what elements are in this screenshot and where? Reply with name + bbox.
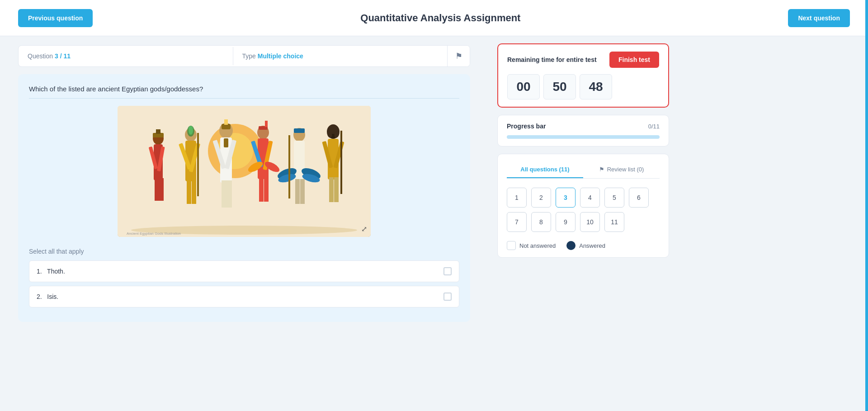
question-separator: / — [60, 52, 62, 60]
timer-label: Remaining time for entire test — [507, 56, 597, 63]
progress-header: Progress bar 0/11 — [507, 123, 660, 130]
type-label: Type — [242, 52, 256, 60]
question-text: Which of the listed are ancient Egyptian… — [29, 85, 459, 99]
legend-empty-icon — [507, 241, 516, 250]
q-num-3[interactable]: 3 — [556, 188, 576, 208]
q-num-5[interactable]: 5 — [604, 188, 624, 208]
svg-point-19 — [189, 126, 193, 135]
timer-header: Remaining time for entire test Finish te… — [507, 52, 659, 68]
answer-text-1: 1. Thoth. — [37, 268, 65, 275]
timer-minutes: 50 — [543, 74, 576, 99]
answer-checkbox-2[interactable] — [443, 293, 452, 301]
legend-not-answered-label: Not answered — [519, 242, 556, 249]
svg-rect-48 — [294, 128, 305, 133]
image-container: Ancient Egyptian Gods Illustration ⤢ — [29, 106, 459, 237]
question-label: Question — [28, 52, 53, 60]
svg-rect-16 — [187, 179, 191, 204]
tab-all-label: All questions (11) — [520, 166, 569, 173]
svg-rect-35 — [264, 177, 269, 202]
svg-rect-11 — [156, 129, 160, 134]
svg-rect-34 — [259, 177, 264, 202]
finish-test-button[interactable]: Finish test — [609, 52, 659, 68]
tab-all-questions[interactable]: All questions (11) — [507, 161, 583, 178]
svg-rect-17 — [192, 179, 196, 204]
progress-count: 0/11 — [648, 123, 660, 130]
progress-title: Progress bar — [507, 123, 546, 130]
answer-option-1[interactable]: 1. Thoth. — [29, 260, 459, 282]
q-num-6[interactable]: 6 — [629, 188, 649, 208]
q-num-1[interactable]: 1 — [507, 188, 527, 208]
flag-button[interactable]: ⚑ — [447, 46, 470, 66]
answer-num-1: 1. — [37, 268, 45, 275]
expand-icon[interactable]: ⤢ — [361, 225, 367, 233]
svg-rect-47 — [300, 179, 305, 204]
page-title: Quantitative Analysis Assignment — [360, 12, 520, 24]
timer-card: Remaining time for entire test Finish te… — [497, 43, 669, 108]
q-num-10[interactable]: 10 — [580, 212, 600, 232]
content-area: Question 3 / 11 Type Multiple choice ⚑ W… — [0, 36, 488, 411]
svg-rect-20 — [197, 133, 199, 196]
svg-rect-9 — [159, 178, 164, 201]
svg-rect-59 — [340, 131, 342, 194]
q-num-2[interactable]: 2 — [531, 188, 551, 208]
answer-checkbox-1[interactable] — [443, 267, 452, 275]
question-number-section: Question 3 / 11 — [19, 47, 233, 65]
svg-rect-29 — [224, 138, 228, 147]
right-accent-bar — [865, 0, 868, 411]
answer-option-2[interactable]: 2. Isis. — [29, 286, 459, 307]
prev-question-button[interactable]: Previous question — [18, 9, 93, 27]
svg-rect-25 — [222, 180, 227, 208]
legend: Not answered Answered — [507, 241, 660, 250]
select-all-label: Select all that apply — [29, 248, 459, 255]
svg-text:Ancient Egyptian Gods Illustra: Ancient Egyptian Gods Illustration — [127, 231, 181, 236]
legend-filled-icon — [566, 241, 576, 250]
header: Previous question Quantitative Analysis … — [0, 0, 868, 36]
q-num-4[interactable]: 4 — [580, 188, 600, 208]
svg-rect-26 — [226, 180, 232, 208]
progress-bar-track — [507, 135, 660, 139]
answer-num-2: 2. — [37, 293, 45, 300]
sidebar: Remaining time for entire test Finish te… — [488, 36, 678, 411]
questions-nav-card: All questions (11) ⚑ Review list (0) 1 2… — [497, 154, 669, 258]
answer-text-2: 2. Isis. — [37, 293, 58, 300]
question-number-grid: 1 2 3 4 5 6 7 8 9 10 11 — [507, 188, 660, 232]
gods-svg: Ancient Egyptian Gods Illustration — [118, 106, 371, 237]
timer-digits: 00 50 48 — [507, 74, 659, 99]
question-info-bar: Question 3 / 11 Type Multiple choice ⚑ — [18, 45, 470, 67]
next-question-button[interactable]: Next question — [788, 9, 850, 27]
main-layout: Question 3 / 11 Type Multiple choice ⚑ W… — [0, 36, 868, 411]
q-num-8[interactable]: 8 — [531, 212, 551, 232]
svg-rect-46 — [295, 179, 300, 204]
question-total: 11 — [63, 52, 71, 60]
q-num-9[interactable]: 9 — [556, 212, 576, 232]
questions-tabs: All questions (11) ⚑ Review list (0) — [507, 161, 660, 179]
question-type-section: Type Multiple choice — [233, 47, 448, 65]
question-current: 3 — [55, 52, 58, 60]
progress-card: Progress bar 0/11 — [497, 115, 669, 146]
tab-review-list[interactable]: ⚑ Review list (0) — [583, 161, 660, 178]
timer-hours: 00 — [507, 74, 540, 99]
flag-tab-icon: ⚑ — [599, 166, 604, 173]
legend-not-answered: Not answered — [507, 241, 556, 250]
svg-rect-58 — [334, 177, 339, 202]
flag-icon: ⚑ — [455, 51, 462, 61]
q-num-11[interactable]: 11 — [604, 212, 624, 232]
timer-seconds: 48 — [580, 74, 612, 99]
svg-rect-28 — [224, 119, 228, 125]
q-num-7[interactable]: 7 — [507, 212, 527, 232]
question-image: Ancient Egyptian Gods Illustration ⤢ — [118, 106, 371, 237]
svg-rect-49 — [288, 135, 290, 198]
question-card: Which of the listed are ancient Egyptian… — [18, 74, 470, 322]
legend-answered: Answered — [566, 241, 605, 250]
svg-rect-39 — [265, 121, 268, 127]
legend-answered-label: Answered — [579, 242, 605, 249]
svg-rect-8 — [155, 178, 159, 201]
svg-rect-57 — [329, 177, 334, 202]
type-value: Multiple choice — [258, 52, 303, 60]
tab-review-label: Review list (0) — [607, 166, 644, 173]
